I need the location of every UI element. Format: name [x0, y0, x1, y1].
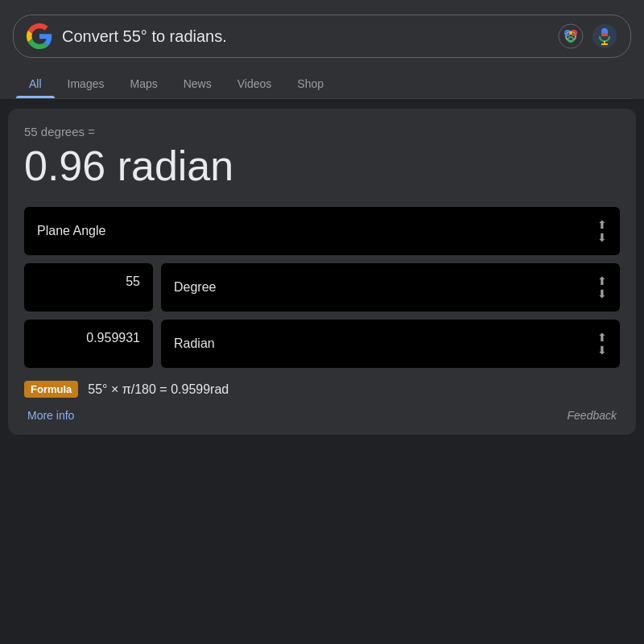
category-dropdown[interactable]: Plane Angle ⬆⬇: [24, 207, 620, 255]
input-unit-dropdown[interactable]: Degree ⬆⬇: [161, 263, 620, 312]
formula-badge: Formula: [24, 381, 78, 398]
input-value[interactable]: 55: [24, 263, 153, 312]
tab-videos[interactable]: Videos: [225, 69, 285, 98]
google-logo: [27, 23, 52, 49]
tab-all[interactable]: All: [16, 69, 55, 98]
formula-section: Formula 55° × π/180 = 0.9599rad: [24, 381, 620, 398]
result-value: 0.96 radian: [24, 143, 620, 189]
svg-point-5: [569, 31, 572, 35]
nav-tabs: All Images Maps News Videos Shop: [13, 69, 631, 99]
output-value[interactable]: 0.959931: [24, 320, 153, 368]
mic-icon[interactable]: [592, 23, 617, 49]
header: Convert 55° to radians.: [0, 0, 644, 99]
input-unit-sort-icon: ⬆⬇: [597, 275, 607, 300]
input-row: 55 Degree ⬆⬇: [24, 263, 620, 312]
tab-maps[interactable]: Maps: [117, 69, 170, 98]
search-query: Convert 55° to radians.: [62, 27, 548, 46]
result-label: 55 degrees =: [24, 125, 620, 138]
feedback-link[interactable]: Feedback: [568, 409, 617, 422]
search-icon-group: [558, 23, 617, 49]
category-sort-icon: ⬆⬇: [597, 218, 607, 244]
converter-card: 55 degrees = 0.96 radian Plane Angle ⬆⬇ …: [8, 109, 636, 435]
footer-row: More info Feedback: [24, 409, 620, 422]
output-unit-dropdown[interactable]: Radian ⬆⬇: [161, 320, 620, 368]
category-row: Plane Angle ⬆⬇: [24, 207, 620, 255]
svg-point-4: [568, 37, 573, 42]
lens-icon[interactable]: [558, 23, 584, 49]
svg-rect-8: [601, 33, 608, 36]
output-row: 0.959931 Radian ⬆⬇: [24, 320, 620, 368]
search-bar[interactable]: Convert 55° to radians.: [13, 14, 631, 58]
tab-shop[interactable]: Shop: [284, 69, 336, 98]
input-unit-label: Degree: [174, 280, 216, 295]
tab-images[interactable]: Images: [55, 69, 118, 98]
output-unit-sort-icon: ⬆⬇: [597, 331, 607, 357]
formula-text: 55° × π/180 = 0.9599rad: [88, 382, 229, 397]
output-unit-label: Radian: [174, 336, 215, 351]
more-info-link[interactable]: More info: [27, 409, 74, 422]
tab-news[interactable]: News: [171, 69, 225, 98]
category-label: Plane Angle: [37, 224, 105, 238]
